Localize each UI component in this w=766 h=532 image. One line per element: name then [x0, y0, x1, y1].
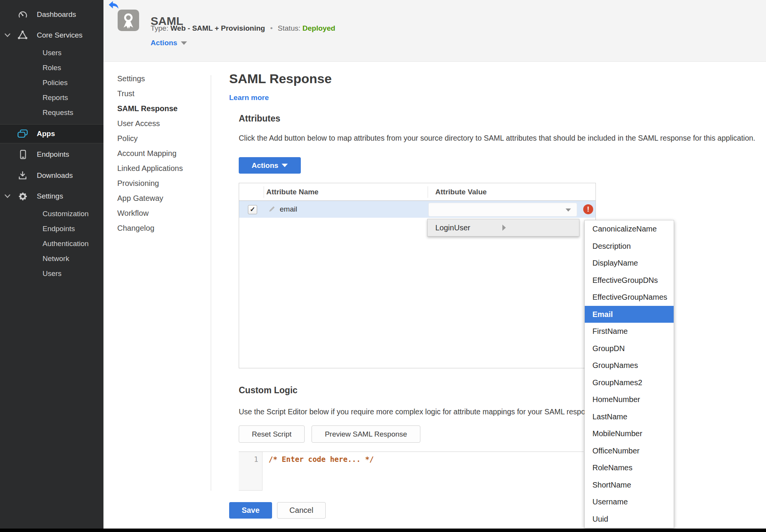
save-button[interactable]: Save — [229, 502, 272, 519]
content-divider — [211, 75, 211, 491]
error-icon: ! — [583, 204, 593, 214]
sidebar-item-network[interactable]: Network — [0, 251, 103, 266]
value-menu-option[interactable]: MobileNumber — [585, 425, 674, 442]
table-row[interactable]: ✓ email ! — [239, 201, 595, 218]
sidebar-item-users[interactable]: Users — [0, 45, 103, 60]
gauge-icon — [17, 9, 28, 20]
page-title: SAML Response — [229, 71, 332, 86]
subnav-item[interactable]: Policy — [117, 131, 205, 146]
sidebar-item-reports[interactable]: Reports — [0, 90, 103, 105]
value-menu-option[interactable]: LastName — [585, 408, 674, 425]
saml-response-page: SAML Response Learn more Attributes Clic… — [229, 71, 762, 527]
attributes-table: Attribute Name Attribute Value ✓ email ! — [239, 183, 596, 368]
cancel-button[interactable]: Cancel — [277, 502, 326, 519]
mobile-device-icon — [17, 149, 28, 160]
caret-down-icon — [566, 209, 571, 212]
chevron-down-icon — [181, 41, 187, 45]
subnav-item[interactable]: SAML Response — [117, 101, 205, 116]
value-menu-option[interactable]: GroupDN — [585, 340, 674, 357]
value-menu-option[interactable]: CanonicalizeName — [585, 220, 674, 238]
editor-code[interactable]: /* Enter code here... */ — [269, 455, 374, 463]
sidebar-item-settings-users[interactable]: Users — [0, 266, 103, 281]
value-menu-option[interactable]: GroupNames — [585, 357, 674, 374]
sidebar-item-settings[interactable]: Settings — [0, 187, 103, 205]
attributes-actions-button[interactable]: Actions — [239, 157, 301, 174]
preview-saml-response-button[interactable]: Preview SAML Response — [312, 425, 420, 443]
chevron-down-icon — [5, 193, 10, 200]
checkmark-icon: ✓ — [250, 206, 255, 213]
attribute-name-cell: email — [280, 201, 297, 218]
subnav-item[interactable]: User Access — [117, 116, 205, 131]
value-submenu: CanonicalizeName Description DisplayName… — [584, 220, 674, 528]
core-services-icon — [17, 30, 28, 41]
award-ribbon-icon — [118, 10, 139, 31]
app-subnav: Settings Trust SAML Response User Access… — [117, 71, 205, 236]
sidebar-item-label: Dashboards — [37, 10, 76, 19]
value-menu-option[interactable]: EffectiveGroupDNs — [585, 272, 674, 289]
sidebar-item-roles[interactable]: Roles — [0, 60, 103, 75]
sidebar-item-requests[interactable]: Requests — [0, 105, 103, 120]
status-label: Status: — [278, 24, 300, 32]
value-menu-option[interactable]: ShortName — [585, 476, 674, 494]
value-menu-option[interactable]: GroupNames2 — [585, 374, 674, 391]
value-menu-option[interactable]: Email — [585, 306, 674, 323]
sidebar-item-dashboards[interactable]: Dashboards — [0, 5, 103, 24]
script-editor[interactable]: 1 /* Enter code here... */ — [239, 452, 584, 491]
type-value: Web - SAML + Provisioning — [171, 24, 265, 32]
subnav-item[interactable]: Linked Applications — [117, 161, 205, 176]
custom-logic-description: Use the Script Editor below if you requi… — [239, 407, 599, 416]
app-header: SAML Type: Web - SAML + Provisioning • S… — [103, 0, 766, 62]
subnav-item[interactable]: Settings — [117, 71, 205, 86]
value-menu-option[interactable]: EffectiveGroupNames — [585, 289, 674, 306]
back-arrow-icon[interactable] — [108, 1, 118, 9]
subnav-item[interactable]: Account Mapping — [117, 146, 205, 161]
attribute-value-select[interactable] — [428, 203, 577, 217]
sidebar-item-customization[interactable]: Customization — [0, 206, 103, 221]
attributes-heading: Attributes — [239, 113, 280, 124]
edit-pencil-icon — [268, 205, 276, 214]
reset-script-button[interactable]: Reset Script — [239, 425, 305, 443]
subnav-item[interactable]: Workflow — [117, 206, 205, 221]
column-attribute-name: Attribute Name — [266, 183, 318, 200]
chevron-down-icon — [282, 164, 288, 167]
value-menu-option[interactable]: OfficeNumber — [585, 442, 674, 460]
sidebar-item-label: Settings — [37, 192, 63, 200]
sidebar-item-core-services[interactable]: Core Services — [0, 26, 103, 44]
learn-more-link[interactable]: Learn more — [229, 94, 269, 102]
value-menu-option[interactable]: HomeNumber — [585, 391, 674, 408]
type-label: Type: — [151, 24, 168, 32]
header-actions-menu[interactable]: Actions — [151, 39, 187, 47]
value-menu-option[interactable]: DisplayName — [585, 255, 674, 272]
sidebar-item-label: Core Services — [37, 31, 82, 39]
column-attribute-value: Attribute Value — [435, 183, 487, 200]
editor-gutter: 1 — [239, 452, 262, 491]
value-menu-option[interactable]: FirstName — [585, 323, 674, 340]
download-icon — [17, 170, 28, 181]
status-badge: Deployed — [302, 24, 335, 32]
sidebar-item-label: Endpoints — [37, 150, 69, 159]
subnav-item[interactable]: Changelog — [117, 221, 205, 236]
sidebar-item-authentication[interactable]: Authentication — [0, 236, 103, 251]
gear-icon — [17, 190, 28, 202]
value-menu-option[interactable]: Description — [585, 238, 674, 255]
chevron-down-icon — [5, 32, 10, 39]
apps-icon — [17, 128, 28, 140]
value-menu-option[interactable]: Username — [585, 493, 674, 511]
value-menu-option[interactable]: Uuid — [585, 511, 674, 528]
subnav-item[interactable]: Provisioning — [117, 176, 205, 191]
sidebar-item-endpoints[interactable]: Endpoints — [0, 145, 103, 164]
value-menu-option[interactable]: RoleNames — [585, 459, 674, 476]
sidebar-item-label: Downloads — [37, 171, 73, 180]
sidebar-item-apps[interactable]: Apps — [0, 124, 103, 143]
value-menu-loginuser[interactable]: LoginUser — [427, 219, 579, 236]
app-icon — [118, 10, 139, 31]
subnav-item[interactable]: App Gateway — [117, 191, 205, 206]
subnav-item[interactable]: Trust — [117, 86, 205, 101]
caret-right-icon — [502, 225, 573, 231]
meta-separator: • — [270, 24, 273, 32]
sidebar-item-settings-endpoints[interactable]: Endpoints — [0, 221, 103, 236]
sidebar-item-downloads[interactable]: Downloads — [0, 166, 103, 185]
row-checkbox[interactable]: ✓ — [248, 205, 257, 214]
custom-logic-heading: Custom Logic — [239, 385, 297, 396]
sidebar-item-policies[interactable]: Policies — [0, 75, 103, 90]
